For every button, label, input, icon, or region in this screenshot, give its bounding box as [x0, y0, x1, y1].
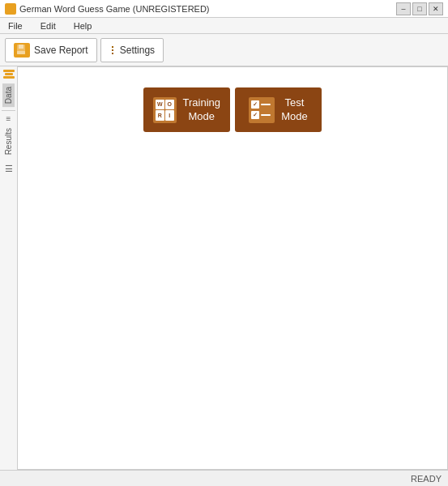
test-mode-button[interactable]: ✓ ✓ Test Mode: [235, 87, 322, 132]
menu-bar: File Edit Help: [0, 18, 448, 34]
check-row-2: ✓: [251, 111, 272, 119]
menu-file[interactable]: File: [3, 19, 28, 32]
window-title: German Word Guess Game (UNREGISTERED): [19, 4, 210, 14]
data-block-3: [3, 76, 15, 79]
content-area: W O R I Training Mode ✓: [18, 66, 448, 470]
svg-rect-2: [17, 51, 25, 54]
training-mode-label: Training Mode: [183, 96, 220, 124]
wort-cell-o: O: [165, 100, 174, 110]
close-button[interactable]: ✕: [429, 2, 443, 15]
sidebar-divider: [2, 110, 15, 111]
check-box-2: ✓: [251, 111, 259, 119]
sidebar-list-icon-wrapper: ☰: [5, 163, 13, 174]
test-mode-label: Test Mode: [281, 96, 308, 124]
sidebar-list-icon: ☰: [5, 164, 13, 173]
app-icon: [5, 3, 16, 15]
menu-edit[interactable]: Edit: [36, 19, 61, 32]
toolbar: Save Report ⫶ Settings: [0, 34, 448, 66]
status-text: READY: [411, 474, 442, 484]
test-mode-icon: ✓ ✓: [249, 97, 275, 123]
mode-buttons: W O R I Training Mode ✓: [143, 87, 322, 132]
sidebar-item-data[interactable]: [3, 70, 15, 79]
check-row-1: ✓: [251, 100, 272, 109]
training-mode-icon: W O R I: [153, 97, 177, 123]
main-container: Data ≡ Results ☰ W O R I Training Mode: [0, 66, 448, 470]
sidebar-label-data[interactable]: Data: [2, 83, 15, 107]
title-bar-controls: – □ ✕: [396, 2, 443, 15]
sidebar-results-icon: ≡: [6, 114, 11, 123]
check-line-2: [261, 114, 271, 116]
settings-button[interactable]: ⫶ Settings: [100, 38, 164, 62]
minimize-button[interactable]: –: [396, 2, 411, 15]
maximize-button[interactable]: □: [412, 2, 427, 15]
status-bar: READY: [0, 470, 448, 486]
check-box-1: ✓: [251, 100, 259, 109]
check-line-1: [261, 104, 271, 105]
settings-label: Settings: [120, 45, 155, 56]
data-block-1: [3, 70, 15, 72]
wort-cell-r: R: [156, 110, 164, 121]
save-report-button[interactable]: Save Report: [5, 38, 97, 62]
save-report-label: Save Report: [34, 45, 88, 56]
training-mode-button[interactable]: W O R I Training Mode: [143, 87, 230, 132]
title-bar: German Word Guess Game (UNREGISTERED) – …: [0, 0, 448, 18]
sidebar-label-results[interactable]: Results: [2, 125, 15, 158]
title-bar-left: German Word Guess Game (UNREGISTERED): [5, 3, 210, 15]
wort-cell-w: W: [156, 100, 164, 110]
settings-icon: ⫶: [109, 43, 116, 58]
data-block-2: [5, 73, 13, 75]
wort-cell-i: I: [165, 110, 174, 121]
save-icon: [14, 43, 30, 58]
sidebar: Data ≡ Results ☰: [0, 66, 18, 470]
menu-help[interactable]: Help: [69, 19, 97, 32]
svg-rect-1: [19, 45, 23, 49]
